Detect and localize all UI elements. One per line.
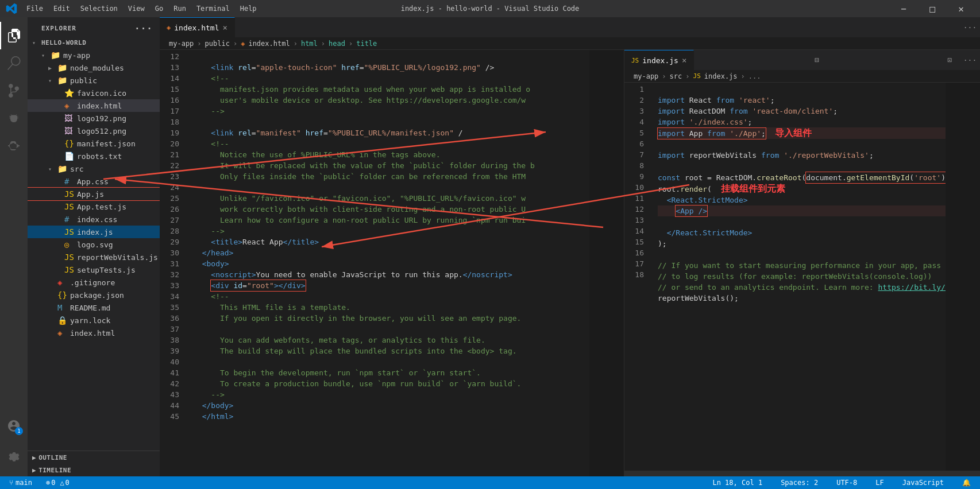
main-layout: 1 EXPLORER ··· ▾ HELLO-WORLD ▾ 📁 my-app	[0, 17, 980, 476]
tabs-bar: ◈ index.html × ···	[160, 17, 980, 37]
breadcrumb-left: my-app › public › ◈ index.html › html › …	[160, 37, 980, 50]
notifications-button[interactable]: 🔔	[958, 476, 975, 489]
tabs-more-button[interactable]: ···	[960, 17, 980, 37]
window-title: index.js - hello-world - Visual Studio C…	[401, 5, 580, 13]
line-endings[interactable]: LF	[871, 476, 888, 489]
tree-robots[interactable]: 📄 robots.txt	[28, 150, 160, 162]
vscode-icon	[6, 3, 17, 14]
tree-favicon[interactable]: ⭐ favicon.ico	[28, 87, 160, 99]
title-bar: File Edit Selection View Go Run Terminal…	[0, 0, 980, 17]
activity-debug[interactable]	[0, 104, 28, 132]
activity-explorer[interactable]	[0, 22, 28, 49]
minimize-button[interactable]: −	[890, 0, 917, 17]
tab-close-js[interactable]: ×	[682, 56, 686, 65]
error-icon: ⊗	[46, 479, 50, 487]
editor-area: ◈ index.html × ··· my-app › public › ◈ i…	[160, 17, 980, 476]
menu-edit[interactable]: Edit	[49, 2, 75, 15]
status-left: ⑂ main ⊗ 0 △ 0	[5, 476, 74, 489]
indentation[interactable]: Spaces: 2	[776, 476, 823, 489]
tab-close-html[interactable]: ×	[223, 23, 227, 32]
tree-readme[interactable]: M README.md	[28, 301, 160, 314]
tree-logo-svg[interactable]: ◎ logo.svg	[28, 238, 160, 251]
breadcrumb-right: my-app › src › JS index.js › ...	[624, 70, 980, 83]
right-more-button[interactable]: ···	[960, 50, 980, 70]
scrollbar-right[interactable]	[624, 471, 980, 476]
status-bar: ⑂ main ⊗ 0 △ 0 Ln 18, Col 1 Spaces: 2 UT…	[0, 476, 980, 489]
tree-app-test[interactable]: JS App.test.js	[28, 200, 160, 213]
menu-run[interactable]: Run	[169, 2, 191, 15]
maximize-button[interactable]: □	[919, 0, 946, 17]
tab-js-icon: JS	[631, 57, 639, 64]
cursor-position[interactable]: Ln 18, Col 1	[708, 476, 767, 489]
tree-node-modules[interactable]: ▶ 📁 node_modules	[28, 61, 160, 74]
tree-my-app[interactable]: ▾ 📁 my-app	[28, 49, 160, 61]
sidebar: EXPLORER ··· ▾ HELLO-WORLD ▾ 📁 my-app ▶ …	[28, 17, 160, 476]
explorer-title: EXPLORER	[41, 25, 76, 32]
git-branch-icon: ⑂	[9, 479, 13, 487]
outline-section[interactable]: ▶ OUTLINE	[28, 451, 160, 464]
sidebar-bottom: ▶ OUTLINE ▶ TIMELINE	[28, 451, 160, 476]
status-right: Ln 18, Col 1 Spaces: 2 UTF-8 LF JavaScri…	[708, 476, 975, 489]
activity-account[interactable]: 1	[0, 412, 28, 440]
tree-setuptests[interactable]: JS setupTests.js	[28, 263, 160, 276]
line-numbers-left: 1213141516 1718192021 2223242526 2728293…	[160, 50, 188, 476]
menu-file[interactable]: File	[22, 2, 48, 15]
menu-go[interactable]: Go	[151, 2, 168, 15]
tree-root[interactable]: ▾ HELLO-WORLD	[28, 36, 160, 49]
activity-source-control[interactable]	[0, 77, 28, 104]
activity-settings[interactable]	[0, 444, 28, 472]
bell-icon: 🔔	[962, 479, 971, 487]
encoding[interactable]: UTF-8	[832, 476, 862, 489]
tab-html-label: index.html	[174, 24, 219, 32]
minimap-right[interactable]	[946, 83, 980, 471]
code-editor-container: 1213141516 1718192021 2223242526 2728293…	[160, 50, 980, 476]
code-content-left[interactable]: <link rel="apple-touch-icon" href="%PUBL…	[188, 50, 589, 476]
language-mode[interactable]: JavaScript	[898, 476, 948, 489]
tree-gitignore[interactable]: ◈ .gitignore	[28, 276, 160, 289]
tree-yarn-lock[interactable]: 🔒 yarn.lock	[28, 314, 160, 327]
tab-js-label: index.js	[642, 56, 678, 65]
activity-search[interactable]	[0, 49, 28, 77]
file-tree: ▾ HELLO-WORLD ▾ 📁 my-app ▶ 📁 node_module…	[28, 36, 160, 451]
error-status[interactable]: ⊗ 0 △ 0	[41, 476, 74, 489]
right-editor-inner: 12345 678910 1112131415 161718 import Re…	[624, 83, 980, 471]
git-status[interactable]: ⑂ main	[5, 476, 37, 489]
tree-index-js[interactable]: JS index.js	[28, 226, 160, 238]
tree-src[interactable]: ▾ 📁 src	[28, 162, 160, 175]
right-tabs-bar: JS index.js × ⊟ ⊡ ···	[624, 50, 980, 70]
menu-selection[interactable]: Selection	[76, 2, 122, 15]
tab-html-icon: ◈	[167, 24, 171, 32]
tree-index-html-2[interactable]: ◈ index.html	[28, 327, 160, 339]
annotation-mount: 挂载组件到元素	[721, 184, 785, 193]
right-panel: JS index.js × ⊟ ⊡ ··· my-app › src › JS …	[624, 50, 980, 476]
tab-index-html[interactable]: ◈ index.html ×	[160, 17, 235, 37]
menu-terminal[interactable]: Terminal	[192, 2, 234, 15]
menu-help[interactable]: Help	[236, 2, 261, 15]
tree-app-css[interactable]: # App.css	[28, 175, 160, 188]
right-split-button[interactable]: ⊡	[940, 50, 960, 70]
tree-manifest[interactable]: {} manifest.json	[28, 137, 160, 150]
tree-index-html[interactable]: ◈ index.html	[28, 99, 160, 112]
window-controls: − □ ✕	[890, 0, 974, 17]
tab-index-js[interactable]: JS index.js ×	[624, 50, 694, 70]
code-content-right[interactable]: import React from 'react'; import ReactD…	[653, 83, 946, 471]
menu-view[interactable]: View	[124, 2, 149, 15]
activity-bar: 1	[0, 17, 28, 476]
right-tabs-more[interactable]: ⊟	[807, 50, 827, 70]
minimap-left[interactable]	[589, 50, 624, 476]
explorer-menu[interactable]: ···	[134, 23, 153, 34]
tree-index-css[interactable]: # index.css	[28, 213, 160, 226]
tree-public[interactable]: ▾ 📁 public	[28, 74, 160, 87]
close-button[interactable]: ✕	[948, 0, 974, 17]
tree-logo192[interactable]: 🖼 logo192.png	[28, 112, 160, 125]
explorer-header: EXPLORER ···	[28, 17, 160, 36]
tree-package-json[interactable]: {} package.json	[28, 289, 160, 301]
tree-app-js[interactable]: JS App.js	[28, 188, 160, 200]
line-numbers-right: 12345 678910 1112131415 161718	[624, 83, 653, 471]
warning-icon: △	[60, 479, 64, 487]
tree-reportwebvitals[interactable]: JS reportWebVitals.js	[28, 251, 160, 263]
tree-logo512[interactable]: 🖼 logo512.png	[28, 125, 160, 137]
left-editor: 1213141516 1718192021 2223242526 2728293…	[160, 50, 624, 476]
activity-extensions[interactable]	[0, 132, 28, 160]
timeline-section[interactable]: ▶ TIMELINE	[28, 464, 160, 476]
